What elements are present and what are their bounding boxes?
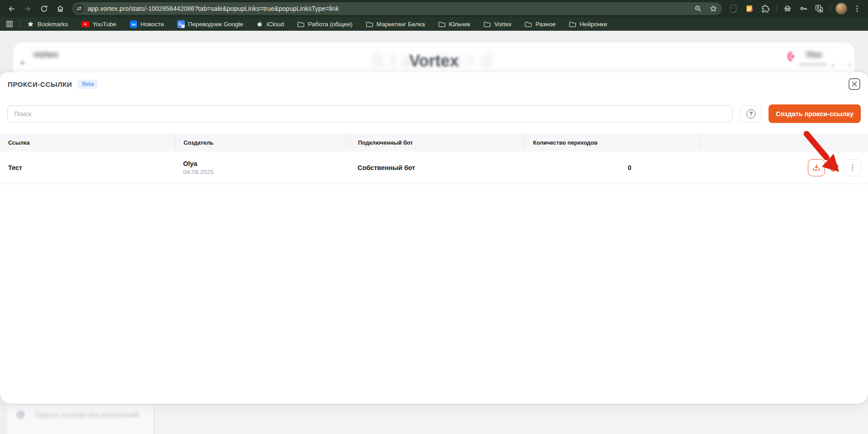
table-row[interactable]: Тест Olya 04.09.2025 Собственный бот 0	[0, 151, 868, 184]
column-header-bot: Подключенный бот	[349, 134, 524, 151]
bookmark-label: iCloud	[267, 21, 284, 28]
bookmark-folder-work[interactable]: Работа (общее)	[297, 21, 353, 28]
download-icon	[811, 163, 821, 173]
home-icon[interactable]	[52, 1, 68, 16]
row-menu-button[interactable]	[844, 159, 861, 176]
extensions-puzzle-icon[interactable]	[758, 1, 773, 16]
column-header-link: Ссылка	[0, 134, 175, 151]
colored-notepad-extension-icon[interactable]	[742, 1, 757, 16]
browser-menu-icon[interactable]	[850, 1, 864, 16]
blurred-dot	[848, 63, 852, 67]
background-sidebar-panel: Скрыть ссылки без вступлений	[7, 405, 154, 434]
bookmark-folder-marketing[interactable]: Маркетинг Белка	[366, 21, 425, 28]
link-icon	[829, 162, 840, 173]
bookmark-label: Новости	[141, 21, 164, 28]
back-icon[interactable]	[4, 1, 19, 16]
bookmark-label: Bookmarks	[38, 21, 68, 28]
folder-icon	[569, 21, 576, 28]
svg-text:G: G	[179, 22, 182, 26]
vortex-logo-icon	[785, 51, 797, 64]
apple-icon	[256, 20, 264, 28]
table-header-row: Ссылка Создатель Подключенный бот Количе…	[0, 134, 868, 151]
folder-icon	[483, 21, 491, 28]
column-header-actions	[699, 134, 868, 151]
search-input[interactable]	[7, 105, 733, 123]
folder-icon	[524, 21, 532, 28]
column-header-transitions: Количество переходов	[524, 134, 699, 151]
close-button[interactable]	[849, 78, 860, 90]
bookmark-item-youtube[interactable]: YouTube	[81, 21, 117, 28]
translate-icon[interactable]	[812, 1, 826, 16]
site-settings-icon[interactable]	[74, 4, 84, 14]
zoom-out-icon[interactable]	[692, 3, 704, 14]
folder-icon	[366, 21, 373, 28]
bookmark-item-icloud[interactable]: iCloud	[256, 20, 284, 28]
bookmarks-bar: Bookmarks YouTube VK Новости G Переводчи…	[0, 17, 868, 31]
vk-icon: VK	[130, 20, 137, 28]
star-icon	[27, 20, 34, 28]
row-creator-cell: Olya 04.09.2025	[175, 160, 349, 175]
download-button[interactable]	[808, 159, 825, 176]
row-creator-name: Olya	[183, 160, 349, 167]
avatar	[835, 3, 847, 14]
folder-icon	[297, 21, 305, 28]
bookmarks-divider	[20, 20, 20, 28]
svg-text:VK: VK	[131, 22, 136, 26]
url-text[interactable]: app.vortex.pro/stats/-1002856442086?tab=…	[88, 5, 689, 12]
incognito-icon[interactable]	[780, 1, 795, 16]
bookmark-label: Работа (общее)	[308, 21, 353, 28]
question-icon: ?	[746, 109, 755, 118]
bookmark-star-icon[interactable]	[708, 3, 719, 14]
modal-header: ПРОКСИ-ССЫЛКИ Beta	[8, 80, 98, 89]
address-bar[interactable]: app.vortex.pro/stats/-1002856442086?tab=…	[72, 2, 722, 15]
bookmark-label: YouTube	[93, 21, 117, 28]
google-translate-icon: G	[177, 20, 185, 28]
background-header-card: olyfaee Standard Vortex Olya	[14, 42, 854, 72]
beta-badge: Beta	[78, 80, 98, 89]
bookmark-label: Vortex	[494, 21, 511, 28]
close-icon	[852, 81, 857, 87]
youtube-icon	[81, 21, 90, 27]
create-proxy-link-button[interactable]: Создать прокси-ссылку	[769, 104, 861, 123]
modal-title: ПРОКСИ-ССЫЛКИ	[8, 80, 72, 88]
bookmark-item-vk-news[interactable]: VK Новости	[130, 20, 164, 28]
bookmark-folder-vortex[interactable]: Vortex	[483, 21, 511, 28]
copy-link-button[interactable]	[828, 161, 841, 174]
bookmark-label: Разное	[535, 21, 556, 28]
row-transitions-count: 0	[524, 164, 699, 171]
bookmark-folder-misc[interactable]: Разное	[524, 21, 556, 28]
blurred-dot	[830, 63, 835, 67]
password-key-icon[interactable]	[796, 1, 811, 16]
row-link-name: Тест	[0, 164, 175, 171]
bookmark-item-google-translate[interactable]: G Переводчик Google	[177, 20, 243, 28]
browser-toolbar: app.vortex.pro/stats/-1002856442086?tab=…	[0, 0, 868, 17]
bookmark-label: Маркетинг Белка	[377, 21, 425, 28]
reload-icon[interactable]	[36, 1, 52, 16]
blurred-toggle-icon	[16, 410, 25, 419]
bookmark-label: Нейронки	[580, 21, 607, 28]
help-button[interactable]: ?	[740, 105, 762, 123]
notes-extension-icon[interactable]	[726, 1, 741, 16]
site-logo-text: Vortex	[14, 52, 854, 71]
blurred-option-text: Скрыть ссылки без вступлений	[35, 411, 139, 419]
background-page: olyfaee Standard Vortex Olya Скрыть ссыл…	[0, 31, 868, 434]
proxy-links-modal: ПРОКСИ-ССЫЛКИ Beta ? Создать прокси-ссыл…	[0, 72, 868, 404]
row-bot-name: Собственный бот	[349, 164, 524, 171]
blurred-account-name: Olya	[806, 51, 822, 59]
blurred-account-subtext	[799, 62, 827, 66]
bookmark-label: Переводчик Google	[188, 21, 243, 28]
bookmark-folder-yulchik[interactable]: Юльчик	[438, 21, 471, 28]
bookmark-item-bookmarks[interactable]: Bookmarks	[27, 20, 68, 28]
kebab-menu-icon	[849, 164, 856, 171]
bookmark-label: Юльчик	[449, 21, 471, 28]
row-actions	[699, 159, 868, 176]
bookmark-folder-neuro[interactable]: Нейронки	[569, 21, 607, 28]
column-header-creator: Создатель	[175, 134, 349, 151]
extensions-group	[726, 1, 864, 16]
toolbar-divider	[776, 5, 777, 13]
apps-grid-icon[interactable]	[5, 20, 14, 28]
profile-avatar[interactable]	[834, 1, 849, 16]
background-content-area	[155, 405, 868, 434]
browser-window: app.vortex.pro/stats/-1002856442086?tab=…	[0, 0, 868, 434]
forward-icon[interactable]	[20, 1, 35, 16]
